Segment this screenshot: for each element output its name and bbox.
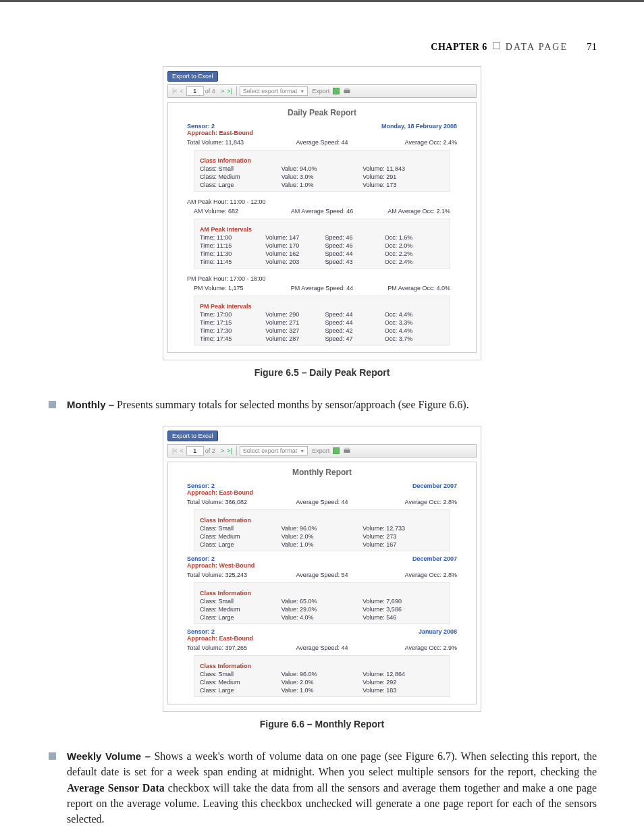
approach-label: Approach: East-Bound bbox=[187, 635, 253, 642]
approach-label: Approach: East-Bound bbox=[187, 489, 253, 496]
interval-row: Time: 11:00Volume: 147Speed: 46Occ: 1.6% bbox=[200, 234, 444, 241]
total-volume: Total Volume: 11,843 bbox=[187, 139, 277, 146]
monthly-block: Sensor: 2Approach: East-BoundJanuary 200… bbox=[173, 628, 471, 697]
class-row: Class: MediumValue: 2.0%Volume: 273 bbox=[200, 533, 444, 540]
prev-page-icon[interactable]: < bbox=[179, 88, 185, 94]
pm-speed: PM Average Speed: 44 bbox=[279, 285, 365, 292]
sensor-label: Sensor: 2 bbox=[187, 628, 253, 635]
svg-rect-5 bbox=[345, 448, 349, 450]
export-to-excel-button[interactable]: Export to Excel bbox=[167, 431, 218, 441]
am-speed: AM Average Speed: 46 bbox=[279, 208, 365, 215]
prev-page-icon[interactable]: < bbox=[179, 447, 185, 454]
avg-occ: Average Occ: 2.8% bbox=[367, 572, 457, 578]
class-row: Class: LargeValue: 1.0%Volume: 167 bbox=[200, 541, 444, 548]
chevron-down-icon: ▼ bbox=[300, 89, 304, 94]
first-page-icon[interactable]: |< bbox=[171, 88, 179, 94]
class-row: Class: MediumValue: 3.0%Volume: 291 bbox=[200, 173, 444, 180]
class-row: Class: SmallValue: 96.0%Volume: 12,864 bbox=[200, 671, 444, 678]
am-occ: AM Average Occ: 2.1% bbox=[365, 208, 450, 215]
chapter-label: CHAPTER 6 bbox=[431, 42, 487, 53]
total-volume: Total Volume: 325,243 bbox=[187, 572, 277, 578]
square-bullet-icon bbox=[49, 401, 56, 408]
approach-label: Approach: West-Bound bbox=[187, 562, 254, 569]
class-row: Class: LargeValue: 1.0%Volume: 183 bbox=[200, 687, 444, 694]
report-toolbar: |< < of 4 > >| Select export format▼ Exp… bbox=[167, 84, 477, 98]
monthly-block: Sensor: 2Approach: East-BoundDecember 20… bbox=[173, 482, 471, 551]
report-date: Monday, 18 February 2008 bbox=[381, 123, 457, 136]
pm-intervals-header: PM Peak Intervals bbox=[200, 303, 444, 310]
page-input[interactable] bbox=[186, 446, 204, 456]
last-page-icon[interactable]: >| bbox=[225, 447, 234, 454]
class-row: Class: SmallValue: 65.0%Volume: 7,690 bbox=[200, 598, 444, 605]
class-row: Class: LargeValue: 4.0%Volume: 546 bbox=[200, 614, 444, 621]
class-row: Class: SmallValue: 96.0%Volume: 12,733 bbox=[200, 525, 444, 532]
avg-speed: Average Speed: 44 bbox=[277, 644, 367, 651]
interval-row: Time: 11:30Volume: 162Speed: 44Occ: 2.2% bbox=[200, 250, 444, 257]
total-volume: Total Volume: 397,265 bbox=[187, 644, 277, 651]
avg-occ: Average Occ: 2.4% bbox=[367, 139, 457, 146]
month-label: January 2008 bbox=[419, 628, 457, 642]
class-row: Class: LargeValue: 1.0%Volume: 173 bbox=[200, 182, 444, 188]
interval-row: Time: 17:15Volume: 271Speed: 44Occ: 3.3% bbox=[200, 319, 444, 326]
figure-6-6-caption: Figure 6.6 – Monthly Report bbox=[47, 719, 597, 729]
square-bullet-icon bbox=[49, 752, 56, 760]
header-square-icon bbox=[493, 42, 500, 49]
sensor-label: Sensor: 2 bbox=[187, 555, 254, 562]
class-info-header: Class Information bbox=[200, 517, 444, 524]
page-input[interactable] bbox=[186, 86, 204, 96]
sensor-label: Sensor: 2 bbox=[187, 482, 253, 489]
figure-6-5-caption: Figure 6.5 – Daily Peak Report bbox=[47, 367, 597, 378]
month-label: December 2007 bbox=[412, 555, 457, 569]
export-format-select[interactable]: Select export format▼ bbox=[240, 86, 308, 96]
monthly-bullet: Monthly – Presents summary totals for se… bbox=[47, 397, 597, 412]
page-number: 71 bbox=[587, 41, 597, 53]
last-page-icon[interactable]: >| bbox=[225, 88, 234, 94]
class-row: Class: SmallValue: 94.0%Volume: 11,843 bbox=[200, 165, 444, 172]
weekly-volume-bullet: Weekly Volume – Shows a week's worth of … bbox=[47, 748, 597, 827]
daily-peak-report-screenshot: Export to Excel |< < of 4 > >| Select ex… bbox=[163, 66, 481, 360]
page-header: CHAPTER 6 DATA PAGE 71 bbox=[47, 41, 597, 53]
report-title: Daily Peak Report bbox=[173, 108, 471, 117]
avg-occ: Average Occ: 2.9% bbox=[367, 644, 457, 651]
class-info-header: Class Information bbox=[200, 663, 444, 669]
am-peak-header: AM Peak Hour: 11:00 - 12:00 bbox=[187, 198, 457, 205]
interval-row: Time: 17:45Volume: 287Speed: 47Occ: 3.7% bbox=[200, 335, 444, 342]
sensor-label: Sensor: 2 bbox=[187, 123, 253, 130]
month-label: December 2007 bbox=[412, 482, 457, 496]
export-icon[interactable] bbox=[332, 87, 340, 95]
export-to-excel-button[interactable]: Export to Excel bbox=[167, 71, 218, 82]
weekly-volume-term: Weekly Volume – bbox=[67, 750, 151, 762]
first-page-icon[interactable]: |< bbox=[171, 447, 179, 454]
svg-rect-0 bbox=[333, 88, 340, 94]
svg-rect-1 bbox=[344, 90, 350, 93]
interval-row: Time: 17:30Volume: 327Speed: 42Occ: 4.4% bbox=[200, 327, 444, 334]
avg-speed: Average Speed: 44 bbox=[277, 499, 367, 505]
svg-rect-4 bbox=[344, 449, 350, 453]
class-info-header: Class Information bbox=[200, 157, 444, 164]
monthly-report-screenshot: Export to Excel |< < of 2 > >| Select ex… bbox=[163, 426, 481, 712]
approach-label: Approach: East-Bound bbox=[187, 130, 253, 136]
page-of-label: of 2 bbox=[205, 447, 215, 454]
print-icon[interactable] bbox=[343, 87, 351, 95]
svg-rect-3 bbox=[333, 448, 340, 454]
interval-row: Time: 11:15Volume: 170Speed: 46Occ: 2.0% bbox=[200, 242, 444, 249]
export-label: Export bbox=[312, 447, 329, 454]
monthly-term: Monthly – bbox=[67, 399, 114, 410]
export-label: Export bbox=[312, 88, 329, 94]
report-toolbar: |< < of 2 > >| Select export format▼ Exp… bbox=[167, 444, 477, 458]
pm-volume: PM Volume: 1,175 bbox=[194, 285, 279, 292]
interval-row: Time: 11:45Volume: 203Speed: 43Occ: 2.4% bbox=[200, 258, 444, 265]
next-page-icon[interactable]: > bbox=[219, 447, 225, 454]
avg-sensor-data-bold: Average Sensor Data bbox=[67, 782, 165, 794]
total-volume: Total Volume: 366,082 bbox=[187, 499, 277, 505]
page-of-label: of 4 bbox=[205, 88, 215, 94]
next-page-icon[interactable]: > bbox=[219, 88, 225, 94]
svg-rect-2 bbox=[345, 88, 349, 90]
section-title: DATA PAGE bbox=[506, 42, 568, 53]
export-icon[interactable] bbox=[332, 447, 340, 455]
pm-occ: PM Average Occ: 4.0% bbox=[365, 285, 450, 292]
class-row: Class: MediumValue: 29.0%Volume: 3,586 bbox=[200, 606, 444, 613]
export-format-select[interactable]: Select export format▼ bbox=[240, 446, 308, 456]
print-icon[interactable] bbox=[343, 447, 351, 455]
monthly-desc: Presents summary totals for selected mon… bbox=[114, 399, 469, 410]
